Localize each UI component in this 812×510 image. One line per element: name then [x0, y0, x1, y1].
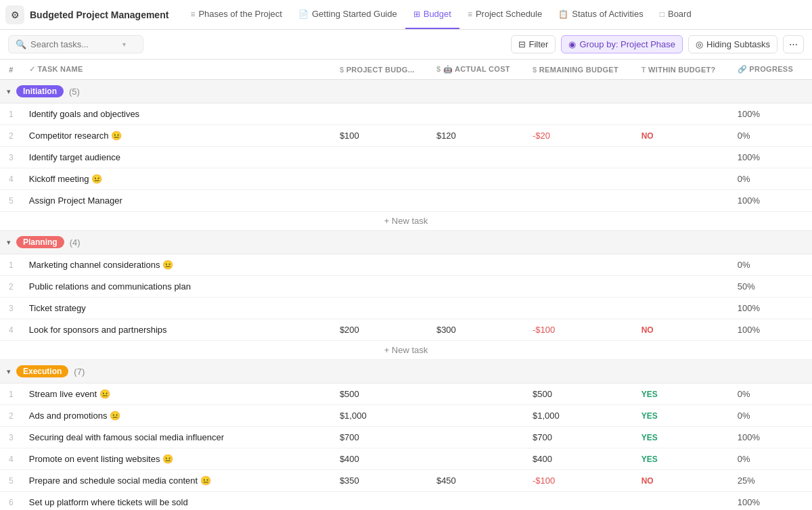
col-actual: $ 🤖 ACTUAL COST [430, 60, 526, 80]
new-task-row-initiation[interactable]: + New task [0, 212, 812, 231]
row-task: Set up platform where tickets will be so… [22, 492, 333, 511]
table-row: 2 Competitor research 😐 $100 $120 -$20 N… [0, 125, 812, 147]
row-task: Promote on event listing websites 😐 [22, 448, 333, 470]
row-budget: $350 [333, 470, 430, 492]
row-within [635, 190, 731, 212]
search-input[interactable] [30, 39, 118, 49]
tab-label-schedule: Project Schedule [476, 9, 542, 19]
eye-icon: ◎ [696, 39, 703, 49]
row-actual [430, 103, 526, 125]
progress-col-icon: 🔗 [738, 65, 750, 73]
table-row: 3 Identify target audience 100% [0, 147, 812, 168]
row-actual: $450 [430, 470, 526, 492]
row-actual [430, 298, 526, 319]
nav-tabs: ≡Phases of the Project📄Getting Started G… [182, 0, 807, 29]
row-within: YES [635, 427, 731, 448]
more-button[interactable]: ⋯ [783, 35, 804, 53]
app-title: Budgeted Project Management [30, 9, 168, 20]
row-within [635, 492, 731, 511]
row-remaining: -$20 [526, 125, 635, 147]
tab-board[interactable]: □Board [652, 0, 700, 29]
status-icon: 😐 [162, 454, 173, 464]
row-actual [430, 254, 526, 276]
tab-phases[interactable]: ≡Phases of the Project [182, 0, 290, 29]
chevron-icon-execution[interactable]: ▾ [7, 367, 11, 376]
row-task: Identify goals and objectives [22, 103, 333, 125]
row-budget [333, 190, 430, 212]
row-within: YES [635, 384, 731, 405]
row-budget [333, 103, 430, 125]
hiding-button[interactable]: ◎ Hiding Subtasks [688, 35, 777, 53]
tab-budget[interactable]: ⊞Budget [405, 0, 459, 29]
row-budget: $400 [333, 448, 430, 470]
row-num: 3 [0, 298, 22, 319]
row-remaining [526, 147, 635, 168]
row-budget [333, 147, 430, 168]
actual-col-icon: $ 🤖 [436, 65, 455, 73]
chevron-icon-initiation[interactable]: ▾ [7, 87, 11, 96]
row-num: 4 [0, 319, 22, 341]
row-budget [333, 276, 430, 298]
tab-schedule[interactable]: ≡Project Schedule [459, 0, 550, 29]
row-progress: 100% [731, 427, 812, 448]
row-budget: $700 [333, 427, 430, 448]
group-header-initiation: ▾ Initiation (5) [0, 80, 812, 103]
group-header-cell-execution: ▾ Execution (7) [0, 360, 812, 384]
table-row: 5 Prepare and schedule social media cont… [0, 470, 812, 492]
row-num: 3 [0, 427, 22, 448]
row-within: NO [635, 319, 731, 341]
row-actual [430, 190, 526, 212]
row-progress: 0% [731, 384, 812, 405]
new-task-label-initiation[interactable]: + New task [0, 212, 812, 231]
chevron-down-icon: ▾ [122, 41, 126, 48]
row-remaining [526, 492, 635, 511]
row-progress: 100% [731, 147, 812, 168]
row-actual [430, 448, 526, 470]
row-budget: $100 [333, 125, 430, 147]
tab-guide[interactable]: 📄Getting Started Guide [290, 0, 405, 29]
row-remaining [526, 276, 635, 298]
row-task: Kickoff meeting 😐 [22, 168, 333, 190]
task-col-icon: ✓ [29, 65, 38, 73]
new-task-row-planning[interactable]: + New task [0, 341, 812, 360]
row-remaining: $500 [526, 384, 635, 405]
new-task-label-planning[interactable]: + New task [0, 341, 812, 360]
phase-badge-execution: Execution [16, 365, 68, 377]
row-num: 5 [0, 470, 22, 492]
tab-icon-phases: ≡ [190, 9, 195, 19]
row-progress: 25% [731, 470, 812, 492]
within-col-icon: T [641, 66, 648, 74]
filter-button[interactable]: ⊟ Filter [511, 35, 556, 53]
row-num: 6 [0, 492, 22, 511]
group-header-cell-planning: ▾ Planning (4) [0, 231, 812, 254]
row-num: 3 [0, 147, 22, 168]
row-progress: 100% [731, 190, 812, 212]
main-table: # ✓ TASK NAME $ PROJECT BUDG... $ 🤖 ACTU… [0, 60, 812, 510]
row-progress: 100% [731, 492, 812, 511]
group-count-planning: (4) [70, 237, 81, 248]
row-task: Ads and promotions 😐 [22, 405, 333, 427]
row-task: Competitor research 😐 [22, 125, 333, 147]
table-row: 2 Ads and promotions 😐 $1,000 $1,000 YES… [0, 405, 812, 427]
row-progress: 0% [731, 254, 812, 276]
tab-icon-status: 📋 [558, 9, 568, 19]
row-progress: 100% [731, 103, 812, 125]
status-icon: 😐 [99, 389, 110, 399]
row-task: Marketing channel considerations 😐 [22, 254, 333, 276]
groupby-button[interactable]: ◉ Group by: Project Phase [561, 35, 683, 53]
table-row: 5 Assign Project Manager 100% [0, 190, 812, 212]
filter-icon: ⊟ [518, 39, 526, 49]
row-num: 1 [0, 103, 22, 125]
row-within [635, 168, 731, 190]
row-actual [430, 405, 526, 427]
status-icon: 😐 [110, 411, 120, 421]
table-row: 1 Stream live event 😐 $500 $500 YES 0% [0, 384, 812, 405]
col-num: # [0, 60, 22, 80]
col-remaining: $ REMAINING BUDGET [526, 60, 635, 80]
status-icon: 😐 [200, 476, 211, 486]
row-num: 4 [0, 168, 22, 190]
chevron-icon-planning[interactable]: ▾ [7, 238, 11, 247]
row-remaining [526, 298, 635, 319]
search-box[interactable]: 🔍 ▾ [8, 35, 143, 53]
tab-status[interactable]: 📋Status of Activities [550, 0, 652, 29]
